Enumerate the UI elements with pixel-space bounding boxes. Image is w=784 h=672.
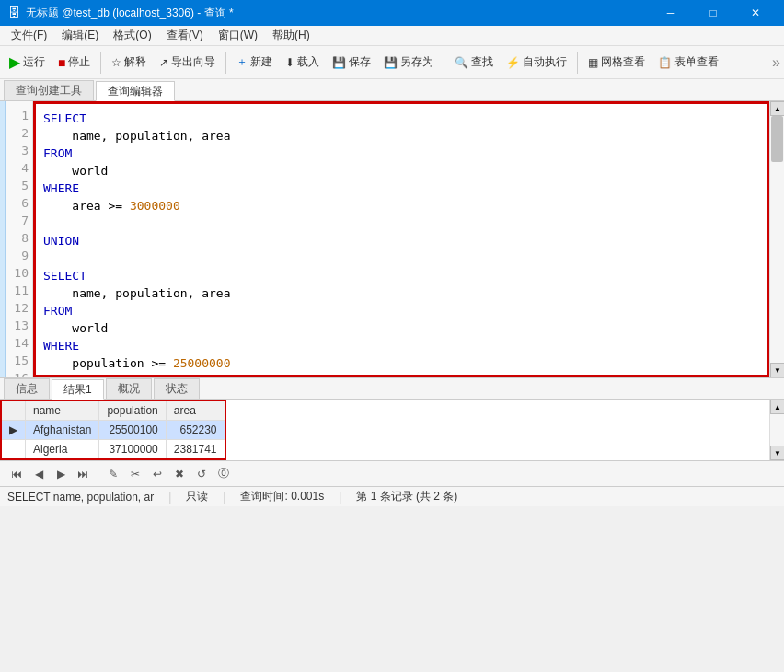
sep4	[577, 52, 578, 74]
editor-wrapper: 1 2 3 4 5 6 7 8 9 10 11 12 13 14 15 16 S…	[0, 101, 784, 377]
find-icon: 🔍	[455, 56, 468, 69]
cell-area-2: 2381741	[166, 440, 225, 460]
editor-content: 1 2 3 4 5 6 7 8 9 10 11 12 13 14 15 16 S…	[6, 101, 784, 377]
tab-status-label: 状态	[166, 381, 188, 397]
export-icon: ↗	[159, 56, 168, 69]
menu-window[interactable]: 窗口(W)	[211, 26, 265, 45]
export-label: 导出向导	[171, 54, 215, 70]
grid-label: 网格查看	[601, 54, 645, 70]
marker-row-5	[0, 171, 5, 189]
tab-overview[interactable]: 概况	[106, 378, 152, 399]
table-header-row: name population area	[1, 400, 225, 421]
results-tab-bar: 信息 结果1 概况 状态	[0, 377, 784, 400]
cell-area-1: 652230	[166, 421, 225, 440]
saveas-button[interactable]: 💾 另存为	[378, 50, 439, 75]
explain-label: 解释	[124, 54, 146, 70]
col-area: area	[166, 400, 225, 421]
tab-result1[interactable]: 结果1	[52, 379, 104, 400]
save-icon: 💾	[332, 56, 346, 69]
status-bar: SELECT name, population, ar | 只读 | 查询时间:…	[0, 486, 784, 506]
nav-refresh[interactable]: ↺	[192, 465, 211, 483]
menu-edit[interactable]: 编辑(E)	[54, 26, 106, 45]
tab-status[interactable]: 状态	[154, 378, 200, 399]
results-scrollbar-up[interactable]: ▲	[770, 400, 784, 414]
results-scrollbar: ▲ ▼	[769, 400, 784, 460]
maximize-button[interactable]: □	[692, 0, 734, 26]
minimize-button[interactable]: ─	[650, 0, 692, 26]
status-sep1: |	[168, 491, 171, 504]
nav-first[interactable]: ⏮	[7, 465, 26, 483]
grid-button[interactable]: ▦ 网格查看	[582, 50, 651, 75]
table-row[interactable]: ▶ Afghanistan 25500100 652230	[1, 421, 225, 440]
nav-zero[interactable]: ⓪	[214, 465, 233, 483]
nav-last[interactable]: ⏭	[74, 465, 92, 483]
status-query: SELECT name, population, ar	[7, 491, 154, 504]
line-num-16: 16	[9, 369, 29, 377]
saveas-icon: 💾	[384, 56, 398, 69]
scrollbar-up[interactable]: ▲	[770, 101, 784, 116]
run-icon: ▶	[9, 53, 20, 71]
marker-row-15	[0, 346, 5, 364]
tab-query-builder[interactable]: 查询创建工具	[4, 80, 94, 100]
line-num-15: 15	[9, 352, 29, 369]
close-button[interactable]: ✕	[734, 0, 777, 26]
cell-name-2: Algeria	[26, 440, 99, 460]
marker-row-1	[0, 101, 5, 119]
menu-file[interactable]: 文件(F)	[4, 26, 54, 45]
marker-row-9	[0, 241, 5, 259]
code-editor[interactable]: SELECT name, population, area FROM world…	[33, 101, 769, 377]
results-scrollbar-down[interactable]: ▼	[770, 446, 784, 460]
nav-next[interactable]: ▶	[52, 465, 70, 483]
line-num-10: 10	[9, 264, 29, 282]
marker-row-6	[0, 189, 5, 206]
toolbar-expand[interactable]: »	[772, 54, 780, 71]
table-row[interactable]: Algeria 37100000 2381741	[1, 440, 225, 460]
tab-overview-label: 概况	[118, 381, 140, 397]
nav-cut[interactable]: ✂	[126, 465, 144, 483]
export-button[interactable]: ↗ 导出向导	[154, 50, 221, 75]
nav-edit[interactable]: ✎	[104, 465, 122, 483]
load-icon: ⬇	[285, 56, 294, 69]
nav-prev[interactable]: ◀	[29, 465, 48, 483]
menu-view[interactable]: 查看(V)	[159, 26, 211, 45]
form-icon: 📋	[658, 56, 672, 69]
col-indicator	[1, 400, 26, 421]
nav-bar: ⏮ ◀ ▶ ⏭ ✎ ✂ ↩ ✖ ↺ ⓪	[0, 460, 784, 486]
marker-row-10	[0, 259, 5, 276]
save-button[interactable]: 💾 保存	[327, 50, 376, 75]
status-sep3: |	[339, 491, 341, 504]
cell-population-2: 37100000	[99, 440, 166, 460]
line-num-4: 4	[9, 159, 29, 177]
load-button[interactable]: ⬇ 载入	[280, 50, 325, 75]
cell-name-1: Afghanistan	[26, 421, 99, 440]
nav-delete[interactable]: ✖	[170, 465, 189, 483]
find-label: 查找	[471, 54, 493, 70]
find-button[interactable]: 🔍 查找	[449, 50, 499, 75]
explain-button[interactable]: ☆ 解释	[106, 50, 152, 75]
menu-format[interactable]: 格式(O)	[106, 26, 158, 45]
line-num-9: 9	[9, 247, 29, 264]
sep1	[100, 52, 101, 74]
menu-help[interactable]: 帮助(H)	[265, 26, 317, 45]
autorun-button[interactable]: ⚡ 自动执行	[501, 50, 572, 75]
line-num-2: 2	[9, 124, 29, 142]
run-button[interactable]: ▶ 运行	[4, 50, 51, 75]
tab-info[interactable]: 信息	[4, 378, 50, 399]
tab-query-editor[interactable]: 查询编辑器	[96, 81, 175, 101]
new-button[interactable]: ＋ 新建	[231, 50, 278, 75]
marker-row-11	[0, 276, 5, 294]
editor-scrollbar: ▲ ▼	[769, 101, 784, 377]
col-name: name	[26, 400, 99, 421]
stop-button[interactable]: ■ 停止	[52, 50, 96, 75]
tab-query-editor-label: 查询编辑器	[108, 84, 163, 99]
data-table-container[interactable]: name population area ▶ Afghanistan 25500…	[0, 400, 769, 460]
stop-icon: ■	[58, 55, 65, 70]
results-scrollbar-track	[770, 414, 784, 446]
line-num-1: 1	[9, 107, 29, 124]
menu-bar: 文件(F) 编辑(E) 格式(O) 查看(V) 窗口(W) 帮助(H)	[0, 26, 784, 46]
form-button[interactable]: 📋 表单查看	[652, 50, 724, 75]
nav-undo[interactable]: ↩	[148, 465, 167, 483]
toolbar: ▶ 运行 ■ 停止 ☆ 解释 ↗ 导出向导 ＋ 新建 ⬇ 载入 💾 保存 💾 另…	[0, 46, 784, 79]
scrollbar-down[interactable]: ▼	[770, 363, 784, 377]
marker-row-2	[0, 119, 5, 136]
